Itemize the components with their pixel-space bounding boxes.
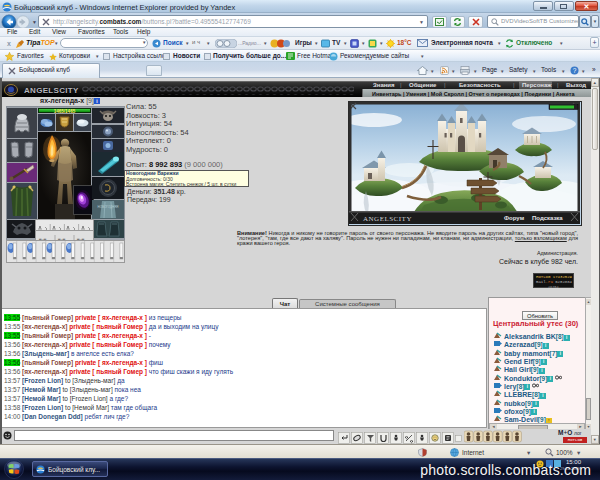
svg-text:Форум: Форум bbox=[504, 215, 525, 221]
svg-text:?: ? bbox=[573, 67, 577, 74]
svg-text:Подсказка: Подсказка bbox=[532, 215, 563, 221]
svg-text:ANGELSCITY: ANGELSCITY bbox=[363, 215, 412, 223]
svg-text:НОВОГОДНЯЯ: НОВОГОДНЯЯ bbox=[98, 205, 119, 209]
